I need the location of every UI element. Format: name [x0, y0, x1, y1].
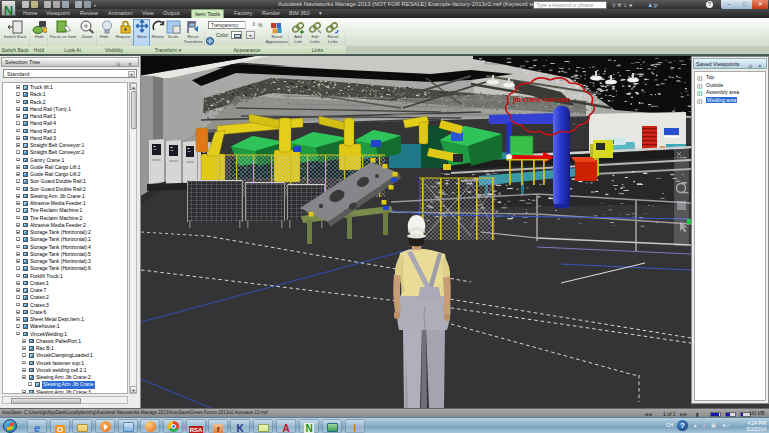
- svg-text:jib crane collision: jib crane collision: [512, 95, 570, 104]
